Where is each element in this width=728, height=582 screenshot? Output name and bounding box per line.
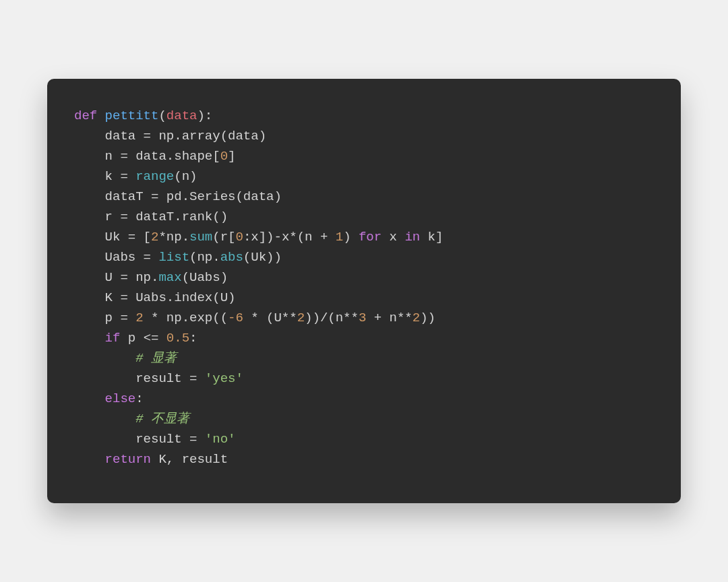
code-token: n = data.shape[ <box>74 149 220 164</box>
code-token: abs <box>220 250 243 265</box>
code-token: 2 <box>135 311 143 325</box>
code-token: ))/(n** <box>305 311 359 325</box>
code-token <box>74 331 105 346</box>
code-token: 'yes' <box>205 371 243 386</box>
code-token: for <box>359 230 382 245</box>
code-token: 1 <box>336 230 343 245</box>
code-token: (Uabs) <box>182 270 228 285</box>
code-token: range <box>135 169 174 184</box>
code-token: sum <box>189 230 212 245</box>
code-token: # 显著 <box>135 351 177 366</box>
code-token <box>74 391 105 406</box>
code-token: Uk = [ <box>74 230 151 245</box>
code-token: data <box>166 108 198 123</box>
code-token: p <= <box>120 331 166 346</box>
code-token: 2 <box>151 230 158 245</box>
code-token: 3 <box>359 311 366 325</box>
code-token <box>74 452 105 467</box>
code-token: def <box>74 108 105 123</box>
code-token: list <box>158 250 189 265</box>
code-token: (n) <box>174 169 197 184</box>
code-token: 2 <box>413 311 420 325</box>
code-token: Uabs = <box>74 250 158 265</box>
code-token: K, result <box>151 452 228 467</box>
code-token: :x])-x*(n + <box>243 230 336 245</box>
code-token: data = np.array(data) <box>74 129 266 143</box>
code-token: )) <box>420 311 435 325</box>
code-token: in <box>404 230 420 245</box>
code-token: max <box>158 270 181 285</box>
code-token: + n** <box>366 311 412 325</box>
code-block: def pettitt(data): data = np.array(data)… <box>74 106 654 470</box>
code-token: (r[ <box>212 230 235 245</box>
code-token: 0 <box>220 149 228 164</box>
code-token: 0 <box>235 230 243 245</box>
code-token: x <box>382 230 404 245</box>
code-token: ] <box>228 149 235 164</box>
code-token: : <box>189 331 197 346</box>
code-token: ): <box>197 108 212 123</box>
code-token: 2 <box>297 311 305 325</box>
code-token: 0.5 <box>166 331 189 346</box>
code-token: if <box>105 331 121 346</box>
code-token: return <box>105 452 151 467</box>
code-token: else <box>105 391 136 406</box>
code-token: r = dataT.rank() <box>74 209 228 224</box>
code-token: (np. <box>189 250 220 265</box>
code-token: * (U** <box>243 311 297 325</box>
code-token: result = <box>74 432 205 447</box>
code-token: k = <box>74 169 135 184</box>
code-token: ) <box>343 230 359 245</box>
code-token: 'no' <box>205 432 236 447</box>
code-token: K = Uabs.index(U) <box>74 290 235 305</box>
code-token <box>74 412 135 426</box>
code-token: dataT = pd.Series(data) <box>74 189 282 204</box>
code-token: U = np. <box>74 270 158 285</box>
code-token: *np. <box>158 230 189 245</box>
code-card: def pettitt(data): data = np.array(data)… <box>47 79 681 503</box>
code-token: result = <box>74 371 205 386</box>
code-token: : <box>135 391 143 406</box>
code-token: pettitt <box>105 108 159 123</box>
code-token: p = <box>74 311 135 325</box>
code-token <box>74 351 135 366</box>
code-token: -6 <box>228 311 243 325</box>
code-token: * np.exp(( <box>144 311 228 325</box>
code-token: # 不显著 <box>135 412 189 426</box>
code-token: (Uk)) <box>243 250 282 265</box>
code-token: k] <box>420 230 443 245</box>
code-token: ( <box>158 108 166 123</box>
